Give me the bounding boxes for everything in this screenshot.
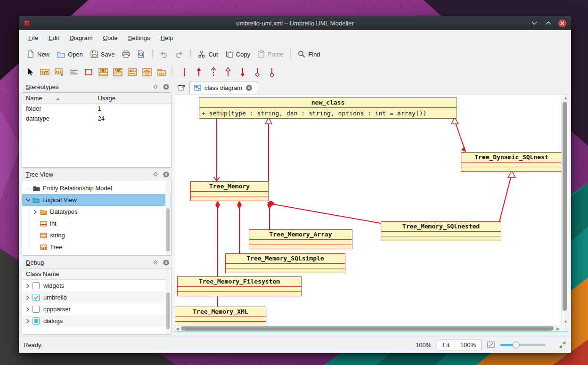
new-button[interactable]: New [24, 48, 53, 60]
expand-collapse-icon[interactable] [26, 295, 33, 300]
composition-tool[interactable] [236, 66, 249, 79]
zoom-select-button[interactable] [487, 341, 495, 348]
menu-diagram[interactable]: Diagram [65, 32, 96, 43]
minimize-button[interactable] [530, 19, 539, 27]
fullscreen-icon[interactable] [559, 341, 566, 349]
aggregation-tool[interactable] [251, 66, 263, 79]
containment-tool[interactable] [265, 66, 278, 79]
text-label-tool[interactable]: xyz [38, 66, 51, 79]
dependency-tool[interactable] [207, 66, 220, 79]
box-tool[interactable] [82, 66, 95, 79]
scrollbar-thumb[interactable] [181, 326, 554, 331]
checkbox-cppparser[interactable] [33, 306, 40, 313]
debug-item-dialogs[interactable]: dialogs [22, 315, 171, 327]
scroll-down-icon[interactable]: ▼ [564, 320, 568, 324]
find-button[interactable]: Find [294, 48, 323, 60]
align-tool[interactable] [67, 66, 80, 79]
checkbox-dialogs[interactable] [33, 317, 40, 324]
close-button[interactable] [558, 19, 566, 27]
association-tool[interactable] [178, 66, 190, 79]
float-panel-icon[interactable] [152, 83, 159, 90]
expand-collapse-icon[interactable] [26, 307, 33, 312]
tree-item-entity-relationship-model[interactable]: Entity Relationship Model [22, 182, 171, 194]
uml-class-tree-memory[interactable]: Tree_Memory [190, 181, 269, 201]
copy-button[interactable]: Copy [222, 48, 253, 60]
float-panel-icon[interactable] [152, 170, 159, 178]
uniassociation-tool[interactable] [192, 66, 205, 79]
uml-class-tree-dynamic-sqlnest[interactable]: Tree_Dynamic_SQLnest [461, 152, 561, 172]
float-panel-icon[interactable] [152, 259, 159, 266]
generalization-tool[interactable] [221, 66, 234, 79]
stereotype-row[interactable]: folder 1 [22, 104, 171, 114]
close-panel-icon[interactable] [162, 170, 170, 178]
uml-class-tree-memory-sqlsimple[interactable]: Tree_Memory_SQLsimple [225, 253, 345, 273]
print-preview-button[interactable] [134, 48, 148, 60]
debug-scrollbar[interactable] [165, 269, 171, 334]
tree-item-int[interactable]: int [22, 218, 171, 229]
tree-view-scrollbar[interactable] [165, 181, 171, 255]
tree-item-datatypes[interactable]: Datatypes [22, 206, 171, 218]
save-button[interactable]: Save [87, 48, 118, 60]
column-header-name[interactable]: Name [22, 93, 94, 104]
vertical-scrollbar[interactable]: ▲ ▼ [561, 95, 568, 325]
uml-class-new_class[interactable]: new_class + setup(type : string, dsn : s… [199, 97, 457, 119]
fit-button[interactable]: Fit [437, 340, 455, 350]
expand-collapse-icon[interactable] [26, 284, 33, 288]
scrollbar-thumb[interactable] [166, 292, 170, 329]
column-header-usage[interactable]: Usage [94, 93, 171, 104]
expand-collapse-icon[interactable] [26, 319, 33, 324]
interface-tool[interactable]: ABC [111, 66, 124, 79]
diagram-canvas[interactable]: new_class + setup(type : string, dsn : s… [174, 95, 561, 325]
menu-settings[interactable]: Settings [124, 32, 154, 43]
tab-class-diagram[interactable]: class diagram [189, 81, 257, 94]
package-tool[interactable]: xyz [155, 66, 168, 79]
redo-button[interactable] [172, 48, 187, 60]
class-tool[interactable]: ABC [97, 66, 109, 79]
print-button[interactable] [119, 48, 133, 60]
scroll-left-icon[interactable]: ◀ [176, 327, 179, 331]
undo-button[interactable] [156, 48, 171, 60]
tree-item-string[interactable]: string [22, 229, 171, 241]
slider-handle[interactable] [513, 341, 520, 349]
datatype-tool[interactable]: ABC [126, 66, 139, 79]
uml-class-tree-memory-sqlnested[interactable]: Tree_Memory_SQLnested [381, 221, 501, 241]
stereotypes-panel-header[interactable]: Stereotypes [22, 81, 172, 92]
note-anchor-tool[interactable]: xyz [53, 66, 65, 79]
debug-item-umbrello[interactable]: umbrello [22, 292, 171, 303]
debug-item-widgets[interactable]: widgets [22, 280, 171, 292]
maximize-button[interactable] [544, 19, 553, 27]
checkbox-widgets[interactable] [33, 282, 40, 289]
tree-item-tree[interactable]: xyz Tree [22, 241, 171, 253]
stereotype-row[interactable]: datatype 24 [22, 114, 171, 123]
menu-edit[interactable]: Edit [45, 32, 63, 43]
expand-collapse-icon[interactable] [26, 198, 33, 202]
paste-button[interactable]: Paste [254, 48, 286, 60]
menu-help[interactable]: Help [157, 32, 177, 43]
menu-code[interactable]: Code [99, 32, 122, 43]
open-button[interactable]: Open [54, 49, 86, 60]
zoom-slider[interactable] [500, 344, 546, 346]
checkbox-umbrello[interactable] [33, 294, 40, 301]
tab-close-icon[interactable] [245, 84, 253, 91]
enum-tool[interactable]: ABC123 [140, 66, 153, 79]
zoom-100-button[interactable]: 100% [455, 340, 482, 350]
scroll-up-icon[interactable]: ▲ [564, 96, 568, 100]
menu-file[interactable]: File [24, 32, 42, 43]
close-panel-icon[interactable] [162, 259, 170, 266]
uml-class-tree-memory-filesystem[interactable]: Tree_Memory_Filesystem [177, 276, 302, 296]
tree-view-panel-header[interactable]: Tree View [22, 169, 172, 180]
scrollbar-thumb[interactable] [166, 208, 170, 251]
expand-collapse-icon[interactable] [33, 210, 40, 214]
select-tool[interactable] [24, 66, 36, 79]
tree-item-logical-view[interactable]: Logical View [22, 194, 171, 206]
uml-class-tree-memory-array[interactable]: Tree_Memory_Array [249, 229, 352, 249]
window-titlebar[interactable]: umbrello-uml.xmi – Umbrello UML Modeller [19, 16, 571, 30]
debug-column-header[interactable]: Class Name [22, 268, 171, 280]
new-tab-button[interactable] [175, 82, 188, 93]
uml-class-tree-memory-xml[interactable]: Tree_Memory_XML [175, 307, 266, 325]
close-panel-icon[interactable] [162, 83, 170, 90]
scrollbar-thumb[interactable] [563, 102, 567, 311]
scroll-right-icon[interactable]: ▶ [556, 327, 560, 331]
horizontal-scrollbar[interactable]: ◀ ▶ [174, 325, 561, 332]
cut-button[interactable]: Cut [195, 48, 221, 60]
